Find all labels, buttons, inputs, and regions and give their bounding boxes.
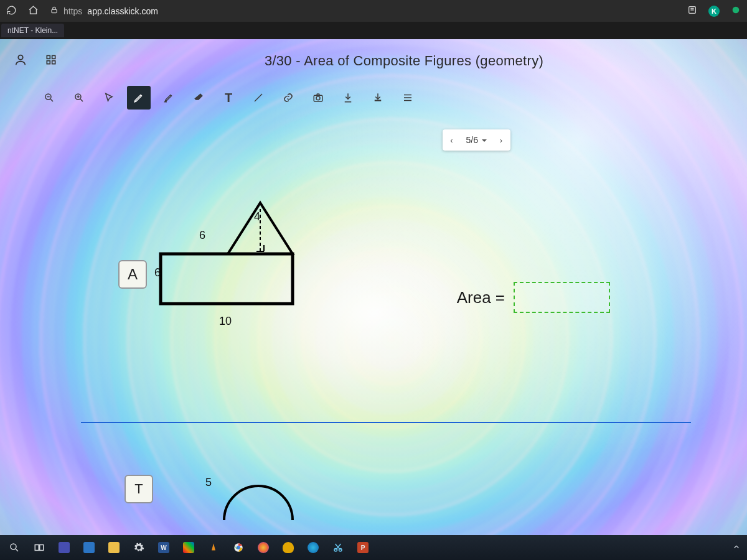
pen-tool[interactable] bbox=[127, 86, 151, 110]
link-tool[interactable] bbox=[276, 86, 300, 110]
url-host: app.classkick.com bbox=[87, 6, 158, 16]
svg-rect-4 bbox=[47, 55, 50, 58]
problem-a-badge: A bbox=[118, 260, 147, 289]
page-selector[interactable]: 5/6 bbox=[461, 135, 492, 145]
svg-rect-7 bbox=[52, 61, 55, 64]
address-bar[interactable]: https app.classkick.com bbox=[50, 6, 158, 16]
svg-point-17 bbox=[11, 544, 16, 549]
pointer-tool[interactable] bbox=[97, 86, 121, 110]
section-divider bbox=[81, 422, 691, 423]
folder-tool[interactable] bbox=[366, 86, 390, 110]
line-tool[interactable] bbox=[247, 86, 270, 110]
import-tool[interactable] bbox=[336, 86, 360, 110]
windows-taskbar: W P bbox=[0, 535, 747, 560]
svg-rect-16 bbox=[161, 254, 293, 304]
svg-rect-18 bbox=[35, 545, 39, 551]
edge-icon[interactable] bbox=[305, 539, 321, 556]
extensions-icon[interactable] bbox=[731, 5, 741, 17]
answer-input[interactable] bbox=[514, 282, 610, 313]
lock-icon bbox=[50, 6, 59, 16]
browser-toolbar: https app.classkick.com K bbox=[0, 0, 747, 22]
tab-title: ntNET - Klein... bbox=[7, 26, 58, 35]
camera-tool[interactable] bbox=[306, 86, 330, 110]
dimension-tri-height: 4 bbox=[254, 210, 260, 223]
dimension-rect-width: 10 bbox=[219, 315, 232, 328]
powerpoint-icon[interactable]: P bbox=[355, 539, 371, 556]
answer-label: Area = bbox=[457, 288, 505, 307]
classkick-canvas: 3/30 - Area of Composite Figures (geomet… bbox=[0, 39, 747, 535]
prev-page-button[interactable]: ‹ bbox=[443, 136, 461, 145]
tool-toolbar: T bbox=[0, 83, 747, 113]
next-page-button[interactable]: › bbox=[492, 136, 510, 145]
svg-point-3 bbox=[18, 55, 22, 60]
chrome-icon[interactable] bbox=[230, 539, 247, 556]
teams-icon[interactable] bbox=[56, 539, 72, 556]
show-hidden-icons[interactable] bbox=[732, 543, 741, 553]
word-icon[interactable]: W bbox=[156, 539, 172, 556]
answer-region: Area = bbox=[457, 282, 610, 313]
text-tool[interactable]: T bbox=[217, 86, 240, 110]
refresh-icon[interactable] bbox=[6, 5, 17, 17]
svg-rect-0 bbox=[52, 9, 57, 12]
tiles-icon[interactable] bbox=[181, 539, 197, 556]
vlc-icon[interactable] bbox=[205, 539, 222, 556]
svg-rect-6 bbox=[47, 61, 50, 64]
svg-point-2 bbox=[733, 7, 740, 14]
reader-icon[interactable] bbox=[687, 5, 697, 17]
layers-tool[interactable] bbox=[396, 86, 420, 110]
url-protocol: https bbox=[63, 6, 82, 16]
chevron-down-icon bbox=[482, 135, 487, 145]
semicircle-icon bbox=[212, 478, 305, 521]
home-icon[interactable] bbox=[28, 5, 39, 17]
highlighter-tool[interactable] bbox=[157, 86, 181, 110]
folder-icon[interactable] bbox=[106, 539, 122, 556]
browser-tab[interactable]: ntNET - Klein... bbox=[1, 24, 64, 37]
firefox-icon[interactable] bbox=[255, 539, 271, 556]
search-icon[interactable] bbox=[6, 539, 22, 556]
problem-t-figure: T 5 bbox=[125, 475, 153, 503]
page-indicator: 5/6 bbox=[466, 135, 478, 145]
app-header: 3/30 - Area of Composite Figures (geomet… bbox=[0, 39, 747, 83]
grid-icon[interactable] bbox=[45, 54, 57, 68]
snip-icon[interactable] bbox=[330, 539, 346, 556]
zoom-out-tool[interactable] bbox=[37, 86, 61, 110]
svg-rect-19 bbox=[40, 545, 44, 551]
profile-badge[interactable]: K bbox=[708, 6, 720, 17]
dimension-t-left: 5 bbox=[205, 476, 212, 489]
page-navigator: ‹ 5/6 › bbox=[443, 129, 510, 151]
account-icon[interactable] bbox=[14, 53, 27, 69]
settings-icon[interactable] bbox=[131, 539, 147, 556]
svg-point-11 bbox=[316, 96, 320, 100]
svg-rect-5 bbox=[52, 55, 55, 58]
house-shape-icon bbox=[154, 198, 298, 316]
dimension-slant: 6 bbox=[199, 229, 205, 242]
assignment-title: 3/30 - Area of Composite Figures (geomet… bbox=[75, 53, 733, 69]
zoom-in-tool[interactable] bbox=[67, 86, 91, 110]
browser-tabstrip: ntNET - Klein... bbox=[0, 22, 747, 39]
explorer-icon[interactable] bbox=[81, 539, 97, 556]
dimension-rect-height: 6 bbox=[154, 266, 161, 279]
task-view-icon[interactable] bbox=[31, 539, 47, 556]
onedrive-icon[interactable] bbox=[280, 539, 296, 556]
eraser-tool[interactable] bbox=[187, 86, 210, 110]
problem-t-badge: T bbox=[125, 475, 153, 503]
